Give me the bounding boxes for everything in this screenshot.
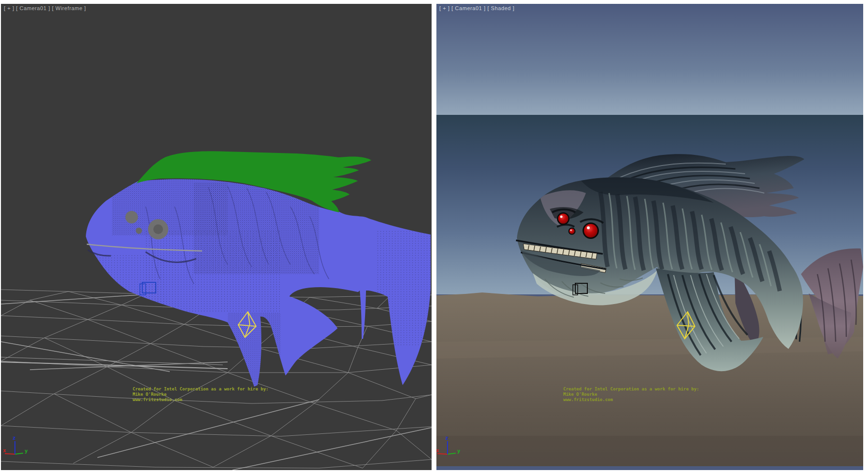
ground-shade-band xyxy=(436,436,863,466)
viewport-label-left[interactable]: [ + ] [ Camera01 ] [ Wireframe ] xyxy=(4,5,86,11)
fish-eye-left xyxy=(125,211,138,223)
viewport-left-wireframe[interactable]: [ + ] [ Camera01 ] [ Wireframe ] xyxy=(1,4,432,470)
axis-tripod: x y z xyxy=(3,435,28,454)
sky-gradient xyxy=(436,4,863,115)
eye-highlight-2 xyxy=(587,226,590,229)
credit-text: Created for Intel Corporation as a work … xyxy=(133,387,297,403)
viewport-right-shaded[interactable]: [ + ] [ Camera01 ] [ Shaded ] xyxy=(436,4,863,470)
axis-x-label: x xyxy=(436,447,439,454)
credit-line-1: Created for Intel Corporation as a work … xyxy=(133,387,297,392)
credit-text: Created for Intel Corporation as a work … xyxy=(563,387,727,403)
fish-model-wireframe[interactable] xyxy=(1,151,432,387)
credit-line-2: Mike O'Rourke xyxy=(133,392,297,397)
axis-z-label: z xyxy=(445,435,448,441)
axis-y-label: y xyxy=(457,448,461,454)
axis-x-label: x xyxy=(3,447,6,454)
eye-highlight-3 xyxy=(570,230,572,231)
viewport-label-right[interactable]: [ + ] [ Camera01 ] [ Shaded ] xyxy=(439,5,515,11)
viewport-split-screen: { "credit": { "line1": "Created for Inte… xyxy=(0,0,868,472)
fish-eye-red-1 xyxy=(558,214,569,224)
credit-line-3: www.fritzstudio.com xyxy=(563,397,727,403)
axis-y-label: y xyxy=(25,448,28,454)
eye-highlight-1 xyxy=(560,216,563,218)
fish-eye-red-2 xyxy=(584,224,597,237)
credit-line-3: www.fritzstudio.com xyxy=(133,397,297,403)
fish-eye-small xyxy=(136,228,142,234)
credit-line-1: Created for Intel Corporation as a work … xyxy=(563,387,727,392)
credit-line-2: Mike O'Rourke xyxy=(563,392,727,397)
fish-eye-red-3 xyxy=(570,229,575,234)
fish-eye-pupil xyxy=(153,224,163,234)
axis-z-label: z xyxy=(13,435,16,441)
